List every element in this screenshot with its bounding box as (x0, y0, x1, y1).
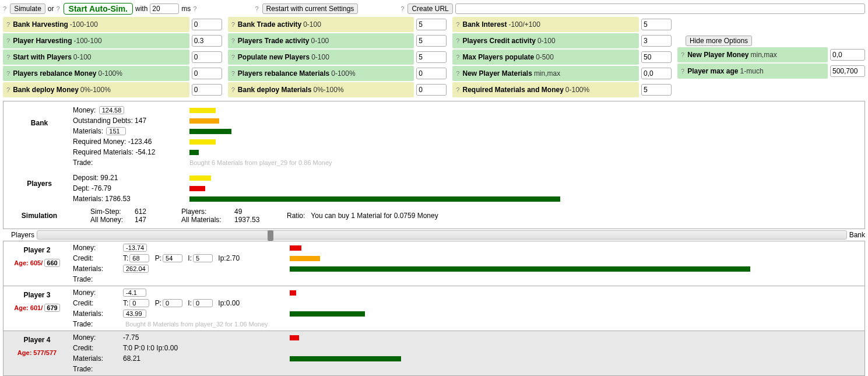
player-block: Player 2Age: 605/ 660Money:-13.74Credit:… (3, 241, 865, 286)
help-icon[interactable]: ? (231, 54, 235, 61)
bank-money-label: Money: (73, 106, 96, 114)
credit-p-input[interactable]: 54 (163, 254, 182, 262)
help-icon[interactable]: ? (6, 86, 10, 93)
player-credit-label: Credit: (71, 254, 123, 262)
with-text: with (135, 5, 147, 13)
setting-input[interactable] (416, 68, 447, 79)
help-icon[interactable]: ? (456, 86, 459, 93)
player-maxage-input[interactable]: 679 (44, 304, 59, 312)
ratio-label: Ratio: (287, 212, 305, 220)
bank-money-bar (189, 108, 216, 113)
help-icon[interactable]: ? (6, 54, 10, 61)
setting-label: ? New Player Money min,max (677, 47, 828, 62)
allmoney-label: All Money: (90, 216, 131, 224)
player-age: Age: 601/ 679 (14, 304, 59, 311)
players-count-label: Players: (181, 208, 231, 216)
player-money-bar (290, 245, 301, 251)
bank-materials-label: Materials: (73, 127, 103, 135)
setting-input[interactable] (192, 84, 222, 96)
credit-p-input[interactable]: 0 (163, 299, 182, 307)
credit-t-input[interactable]: 68 (129, 254, 149, 262)
help-icon[interactable]: ? (6, 70, 10, 77)
help-icon[interactable]: ? (681, 51, 684, 58)
setting-input[interactable] (641, 68, 672, 79)
players-bank-slider[interactable] (37, 230, 847, 240)
player-materials-label: Materials: (71, 354, 123, 363)
help-icon[interactable]: ? (456, 70, 459, 77)
credit-t-input[interactable]: 0 (129, 299, 149, 307)
help-icon[interactable]: ? (6, 37, 10, 44)
ms-text: ms (181, 5, 191, 13)
player-materials-value[interactable]: 262.04 (123, 265, 149, 273)
player-money-label: Money: (71, 333, 123, 342)
setting-input[interactable] (830, 49, 865, 61)
help-icon[interactable]: ? (400, 5, 404, 12)
player-money-value[interactable]: -4.1 (123, 289, 146, 297)
hide-more-options-button[interactable]: Hide more Options (686, 36, 752, 46)
setting-label: ? Bank deploy Materials 0%-100% (228, 82, 414, 97)
players-materials-bar (189, 196, 560, 202)
setting-label: ? Players rebalance Materials 0-100% (228, 66, 414, 81)
help-icon[interactable]: ? (681, 68, 684, 75)
player-maxage-input[interactable]: 660 (44, 259, 59, 267)
player-credit-bar (290, 256, 320, 261)
allmoney-value: 147 (135, 216, 164, 224)
setting-input[interactable] (192, 35, 222, 47)
setting-input[interactable] (192, 68, 222, 79)
player-name: Player 3 (6, 291, 68, 299)
setting-label: ? Bank Trade activity 0-100 (228, 17, 414, 32)
setting-input[interactable] (416, 84, 447, 96)
ms-input[interactable] (150, 3, 179, 14)
setting-input[interactable] (641, 84, 672, 96)
credit-i-input[interactable]: 0 (193, 299, 213, 307)
slider-thumb[interactable] (268, 230, 273, 241)
simstep-value: 612 (135, 208, 164, 216)
help-icon[interactable]: ? (6, 21, 10, 28)
credit-i-input[interactable]: 5 (193, 254, 213, 262)
setting-label: ? Bank deploy Money 0%-100% (3, 82, 189, 97)
setting-input[interactable] (192, 51, 222, 63)
setting-input[interactable] (416, 35, 447, 47)
player-materials-label: Materials: (71, 265, 123, 273)
help-icon[interactable]: ? (56, 5, 59, 12)
player-trade-label: Trade: (71, 365, 123, 373)
setting-label: ? Bank Interest -100/+100 (452, 17, 639, 32)
help-icon[interactable]: ? (193, 5, 196, 12)
setting-input[interactable] (830, 65, 865, 77)
help-icon[interactable]: ? (3, 5, 6, 12)
ratio-value: You can buy 1 Material for 0.0759 Money (311, 212, 438, 220)
help-icon[interactable]: ? (231, 37, 235, 44)
player-materials-value[interactable]: 43.99 (123, 310, 146, 318)
help-icon[interactable]: ? (231, 70, 235, 77)
bank-title: Bank (6, 105, 73, 168)
player-trade-label: Trade: (71, 275, 123, 283)
player-materials-bar (290, 266, 750, 272)
setting-input[interactable] (641, 35, 672, 47)
setting-input[interactable] (641, 51, 672, 63)
setting-label: ? New Player Materials min,max (452, 66, 639, 81)
url-input[interactable] (455, 3, 865, 14)
player-money-value[interactable]: -13.74 (123, 244, 147, 252)
players-count-value: 49 (234, 208, 269, 216)
help-icon[interactable]: ? (231, 21, 235, 28)
setting-input[interactable] (641, 19, 672, 30)
or-text: or (48, 5, 54, 13)
simulate-button[interactable]: Simulate (10, 3, 45, 14)
players-deposit-label: Deposit: 99.21 (73, 174, 189, 182)
setting-label: ? Players Trade activity 0-100 (228, 33, 414, 48)
help-icon[interactable]: ? (456, 37, 459, 44)
setting-input[interactable] (416, 51, 447, 63)
help-icon[interactable]: ? (255, 5, 258, 12)
bank-debts-label: Outstanding Debts: 147 (73, 117, 189, 125)
restart-button[interactable]: Restart with current Settings (262, 3, 359, 14)
help-icon[interactable]: ? (231, 86, 235, 93)
create-url-button[interactable]: Create URL (407, 3, 452, 14)
help-icon[interactable]: ? (456, 54, 459, 61)
help-icon[interactable]: ? (456, 21, 459, 28)
bank-materials-value[interactable]: 151 (106, 127, 126, 135)
bank-money-value[interactable]: 124.58 (99, 106, 125, 114)
slider-left-label: Players (11, 231, 34, 239)
start-auto-sim-button[interactable]: Start Auto-Sim. (64, 3, 133, 15)
setting-input[interactable] (416, 19, 447, 30)
setting-input[interactable] (192, 19, 222, 30)
